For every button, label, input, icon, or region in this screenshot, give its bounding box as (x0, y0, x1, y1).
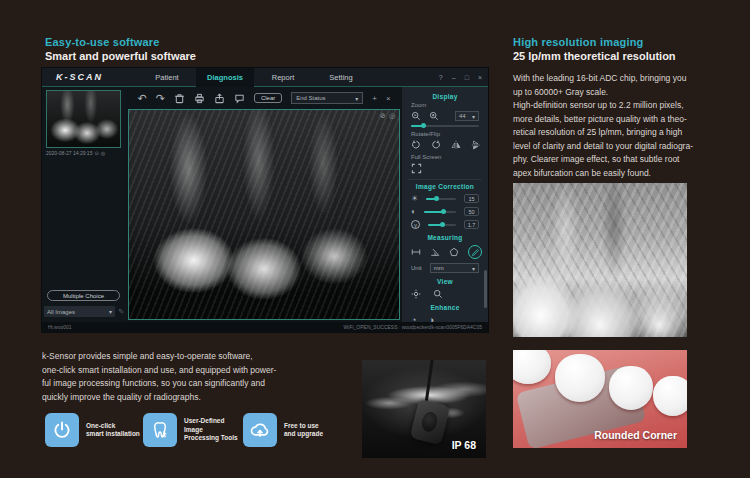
measuring-section-title: Measuring (402, 234, 488, 241)
measure-area-icon[interactable] (449, 247, 459, 257)
tab-setting[interactable]: Setting (312, 68, 370, 87)
left-subheading: Smart and powerful software (45, 50, 196, 62)
rounded-corner-label: Rounded Corner (594, 429, 677, 441)
feature-label: Free to use and upgrade (284, 422, 323, 439)
app-titlebar: K-SCAN Patient Diagnosis Report Setting … (42, 68, 488, 87)
rounded-corner-image: Rounded Corner (513, 350, 687, 448)
multiple-choice-button[interactable]: Multiple Choice (47, 290, 120, 301)
viewer-toolbar: ↶ ↷ (126, 87, 402, 109)
clear-button[interactable]: Clear (254, 93, 282, 103)
denoise-enhance-icon[interactable]: ◑ (428, 315, 433, 322)
chevron-down-icon: ▾ (355, 95, 358, 102)
radiograph-image (129, 110, 399, 319)
minimize-button[interactable]: – (452, 74, 456, 81)
zoom-level-dropdown[interactable]: 44 ▾ (455, 111, 479, 121)
tooth-shape (609, 366, 653, 410)
filter-action-icon[interactable]: ✎ (118, 308, 124, 316)
panel-scrollbar[interactable] (484, 270, 487, 308)
measure-length-icon[interactable] (411, 247, 421, 257)
page: Easy-to-use software Smart and powerful … (0, 0, 750, 478)
thumb-delete-icon[interactable]: ◎ (101, 150, 105, 156)
status-connection: WiFi_OPEN_SUCCESS : woodpeckerdk-scan000… (344, 324, 482, 330)
tooth-shape (653, 376, 687, 416)
viewport-corner-icons: ⊘ ◎ (380, 112, 395, 120)
feature-label: One-click smart installation (86, 422, 140, 439)
chevron-down-icon: ▾ (472, 265, 475, 272)
app-tabs: Patient Diagnosis Report Setting (138, 68, 370, 87)
brightness-icon: ☀ (411, 194, 418, 203)
maximize-button[interactable]: □ (465, 74, 469, 81)
magnify-view-icon[interactable] (433, 289, 443, 299)
flip-vertical-icon[interactable] (471, 140, 481, 150)
thumbnail-date: 2020-08-27 14:29:15 (46, 150, 92, 156)
redo-icon[interactable]: ↷ (156, 93, 165, 104)
rotate-left-icon[interactable] (411, 140, 421, 150)
view-section-title: View (402, 278, 488, 285)
export-icon[interactable] (214, 93, 225, 104)
rotate-right-icon[interactable] (431, 140, 441, 150)
chevron-down-icon: ▾ (109, 308, 112, 315)
undo-icon[interactable]: ↶ (137, 93, 146, 104)
power-icon (45, 413, 79, 447)
brightness-slider[interactable] (426, 198, 456, 200)
measure-angle-icon[interactable] (430, 247, 440, 257)
thumbnail-meta: 2020-08-27 14:29:15 ⊙ ◎ (46, 150, 122, 156)
window-controls: ? – □ × (439, 68, 482, 87)
cloud-upload-icon (243, 413, 277, 447)
viewer-area: ↶ ↷ (126, 87, 402, 322)
end-status-value: End Status (296, 95, 325, 101)
zoom-slider[interactable] (411, 125, 479, 127)
gamma-icon: γ (411, 220, 420, 229)
trash-icon[interactable] (174, 93, 185, 104)
tooth-shape (555, 354, 605, 402)
zoom-out-icon[interactable] (411, 111, 421, 121)
radiograph-viewport[interactable]: ⊘ ◎ (128, 109, 400, 320)
print-icon[interactable] (194, 93, 205, 104)
feature-one-click: One-click smart installation (45, 413, 140, 447)
end-status-dropdown[interactable]: End Status ▾ (291, 92, 363, 104)
xray-art (513, 183, 687, 337)
tab-patient[interactable]: Patient (138, 68, 196, 87)
right-heading-group: High resolution imaging 25 lp/mm theoret… (513, 36, 676, 62)
app-statusbar: Hi,woo001 WiFi_OPEN_SUCCESS : woodpecker… (42, 322, 488, 332)
gamma-slider[interactable] (428, 224, 456, 226)
image-list-sidebar: 2020-08-27 14:29:15 ⊙ ◎ Multiple Choice … (42, 87, 126, 322)
image-filter-dropdown[interactable]: All Images ▾ (44, 306, 115, 317)
feature-free-upgrade: Free to use and upgrade (243, 413, 323, 447)
right-subheading: 25 lp/mm theoretical resolution (513, 50, 676, 62)
feature-label: User-Defined Image Processing Tools (184, 417, 238, 443)
unit-label: Unit (411, 265, 422, 271)
tools-panel: Display Zoom 44 ▾ (402, 87, 488, 322)
add-status-button[interactable]: + (372, 94, 377, 103)
image-filter-value: All Images (47, 309, 75, 315)
xray-thumbnail[interactable] (46, 90, 121, 148)
zoom-in-icon[interactable] (429, 111, 439, 121)
image-correction-section-title: Image Correction (402, 183, 488, 190)
contrast-slider[interactable] (424, 211, 456, 213)
annotation-toggle-icon[interactable]: ⊘ (380, 112, 386, 120)
draw-pencil-icon[interactable] (468, 245, 482, 259)
status-user: Hi,woo001 (48, 324, 72, 330)
fullscreen-label: Full Screen (411, 154, 488, 160)
tab-report[interactable]: Report (254, 68, 312, 87)
close-button[interactable]: × (478, 74, 482, 81)
fullscreen-icon[interactable] (411, 163, 422, 174)
sharpen-enhance-icon[interactable]: ◔ (411, 315, 416, 322)
remove-status-button[interactable]: × (386, 94, 391, 103)
comment-icon[interactable] (234, 93, 245, 104)
feature-image-tools: User-Defined Image Processing Tools (143, 413, 238, 447)
zoom-level-value: 44 (459, 113, 466, 119)
left-body-text: k-Sensor provides simple and easy-to-ope… (42, 350, 322, 404)
chevron-down-icon: ▾ (472, 113, 475, 120)
highlight-view-icon[interactable] (411, 289, 421, 299)
contrast-value: 50 (464, 207, 479, 216)
zoom-label: Zoom (411, 102, 488, 108)
target-icon[interactable]: ◎ (389, 112, 395, 120)
unit-dropdown[interactable]: mm ▾ (430, 263, 479, 273)
kscan-app-window: K-SCAN Patient Diagnosis Report Setting … (42, 68, 488, 332)
help-button[interactable]: ? (439, 74, 443, 81)
contrast-icon: ◐ (411, 207, 416, 216)
flip-horizontal-icon[interactable] (451, 140, 461, 150)
tab-diagnosis[interactable]: Diagnosis (196, 68, 254, 87)
thumb-lock-icon[interactable]: ⊙ (94, 150, 98, 156)
